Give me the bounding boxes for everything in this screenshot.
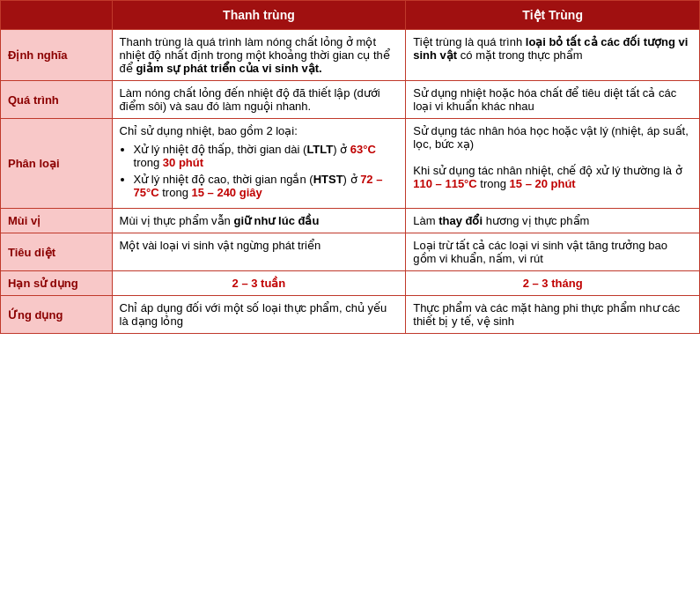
list-item-ltlt: Xử lý nhiệt độ thấp, thời gian dài (LTLT… [134,143,399,169]
text-loai-bo: loại bỏ tất cả các đối tượng vi sinh vật [413,35,688,62]
phan-loai-list: Xử lý nhiệt độ thấp, thời gian dài (LTLT… [134,143,399,199]
htst-time: 15 – 240 giây [191,186,262,199]
col-phan-loai-tiet: Sử dụng tác nhân hóa học hoặc vật lý (nh… [406,119,700,209]
col-ung-dung-thanh: Chỉ áp dụng đối với một số loại thực phẩ… [112,296,406,334]
list-item-htst: Xử lý nhiệt độ cao, thời gian ngắn (HTST… [134,173,399,199]
han-su-dung-thanh-value: 2 – 3 tuần [232,277,286,290]
row-tieu-diet: Tiêu diệt Một vài loại vi sinh vật ngừng… [1,233,700,271]
htst-label: HTST [313,173,343,186]
ltlt-time: 30 phút [163,156,203,169]
col-mui-vi-tiet: Làm thay đổi hương vị thực phẩm [406,209,700,233]
header-thanh-trung: Thanh trùng [112,1,406,30]
row-phan-loai: Phân loại Chỉ sử dụng nhiệt, bao gồm 2 l… [1,119,700,209]
col-han-su-dung-tiet: 2 – 3 tháng [406,271,700,296]
col-dinh-nghia-tiet: Tiệt trùng là quá trình loại bỏ tất cả c… [406,30,700,81]
row-header-qua-trinh: Quá trình [1,81,113,119]
col-qua-trinh-tiet: Sử dụng nhiệt hoặc hóa chất để tiêu diệt… [406,81,700,119]
col-tieu-diet-thanh: Một vài loại vi sinh vật ngừng phát triể… [112,233,406,271]
tiet-temp: 110 – 115°C [413,177,476,190]
text-giam-su: giảm sự phát triển của vi sinh vật. [136,62,321,75]
row-ung-dung: Ứng dụng Chỉ áp dụng đối với một số loại… [1,296,700,334]
row-header-han-su-dung: Hạn sử dụng [1,271,113,296]
row-header-mui-vi: Mùi vị [1,209,113,233]
row-header-ung-dung: Ứng dụng [1,296,113,334]
tiet-time: 15 – 20 phút [510,177,576,190]
ltlt-label: LTLT [306,143,333,156]
header-empty [1,1,113,30]
row-header-phan-loai: Phân loại [1,119,113,209]
header-tiet-trung: Tiệt Trùng [406,1,700,30]
phan-loai-intro: Chỉ sử dụng nhiệt, bao gồm 2 loại: [120,124,298,137]
row-header-tieu-diet: Tiêu diệt [1,233,113,271]
col-mui-vi-thanh: Mùi vị thực phẩm vẫn giữ như lúc đầu [112,209,406,233]
mui-vi-thay: thay đổi [438,214,483,227]
col-tieu-diet-tiet: Loại trừ tất cả các loại vi sinh vật tăn… [406,233,700,271]
col-dinh-nghia-thanh: Thanh trùng là quá trình làm nóng chất l… [112,30,406,81]
col-ung-dung-tiet: Thực phẩm và các mặt hàng phi thực phẩm … [406,296,700,334]
ltlt-temp: 63°C [350,143,376,156]
col-han-su-dung-thanh: 2 – 3 tuần [112,271,406,296]
col-qua-trinh-thanh: Làm nóng chất lỏng đến nhiệt độ đã thiết… [112,81,406,119]
han-su-dung-tiet-value: 2 – 3 tháng [523,277,583,290]
comparison-table: Thanh trùng Tiệt Trùng Định nghĩa Thanh … [0,0,700,334]
row-qua-trinh: Quá trình Làm nóng chất lỏng đến nhiệt đ… [1,81,700,119]
row-dinh-nghia: Định nghĩa Thanh trùng là quá trình làm … [1,30,700,81]
row-header-dinh-nghia: Định nghĩa [1,30,113,81]
row-han-su-dung: Hạn sử dụng 2 – 3 tuần 2 – 3 tháng [1,271,700,296]
row-mui-vi: Mùi vị Mùi vị thực phẩm vẫn giữ như lúc … [1,209,700,233]
col-phan-loai-thanh: Chỉ sử dụng nhiệt, bao gồm 2 loại: Xử lý… [112,119,406,209]
mui-vi-giu: giữ như lúc đầu [233,214,319,227]
